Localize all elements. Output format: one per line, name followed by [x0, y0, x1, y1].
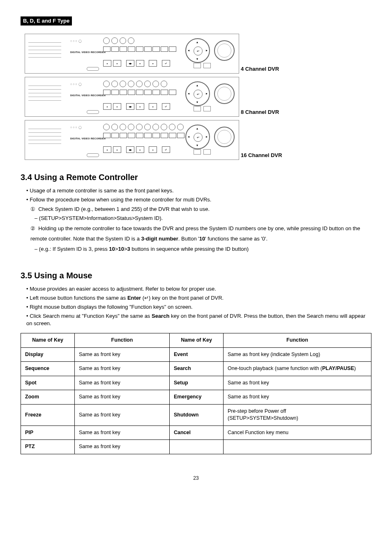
- panel-label-8ch: 8 Channel DVR: [241, 109, 279, 117]
- section-3-4-list: Usage of a remote controller is same as …: [21, 187, 371, 204]
- table-row: ZoomSame as front key EmergencySame as f…: [21, 390, 371, 405]
- list-item: Left mouse button functions the same as …: [26, 294, 371, 302]
- panel-block-16ch: ○ ○ ○ ◯ DIGITAL VIDEO RECORDER •• ◂▸• • …: [25, 120, 371, 160]
- dvr-front-panel-8ch: ○ ○ ○ ◯ DIGITAL VIDEO RECORDER •• ◂▸• • …: [25, 77, 239, 117]
- table-header-row: Name of Key Function Name of Key Functio…: [21, 333, 371, 348]
- step-1: ① Check System ID (e.g., between 1 and 2…: [21, 206, 371, 213]
- step-2: ② Holding up the remote controller to fa…: [21, 224, 371, 244]
- panel-label-4ch: 4 Channel DVR: [241, 65, 279, 74]
- section-3-5-title: 3.5 Using a Mouse: [21, 270, 371, 281]
- table-row: PTZSame as front key: [21, 440, 371, 454]
- col-name-of-key-2: Name of Key: [170, 333, 224, 348]
- dvr-front-panel-16ch: ○ ○ ○ ◯ DIGITAL VIDEO RECORDER •• ◂▸• • …: [25, 120, 239, 160]
- table-row: FreezeSame as front key ShutdownPre-step…: [21, 404, 371, 426]
- table-row: DisplaySame as front key EventSame as fr…: [21, 347, 371, 362]
- panel-block-8ch: ○ ○ ○ ◯ DIGITAL VIDEO RECORDER •• ◂▸• • …: [25, 77, 371, 117]
- page-number: 23: [21, 475, 371, 482]
- panel-diagrams: ○ ○ ○ ◯ DIGITAL VIDEO RECORDER •• ◂▸• • …: [21, 34, 371, 160]
- col-function-2: Function: [224, 333, 371, 348]
- step-2-note: – (e.g.: If System ID is 3, press 10>10>…: [21, 245, 371, 253]
- list-item: Follow the procedure below when using th…: [26, 196, 371, 204]
- section-3-5-list: Mouse provides an easier access to adjus…: [21, 285, 371, 328]
- table-row: SequenceSame as front key Search One-tou…: [21, 362, 371, 376]
- col-function: Function: [75, 333, 170, 348]
- function-keys-table: Name of Key Function Name of Key Functio…: [21, 333, 371, 454]
- table-row: SpotSame as front key SetupSame as front…: [21, 376, 371, 390]
- section-3-4-title: 3.4 Using a Remote Controller: [21, 171, 371, 183]
- panel-block-4ch: ○ ○ ○ ◯ DIGITAL VIDEO RECORDER •• ◂▸• • …: [25, 34, 371, 74]
- list-item: Click Search menu at "Function Keys" the…: [26, 312, 371, 327]
- panel-label-16ch: 16 Channel DVR: [241, 152, 282, 160]
- list-item: Usage of a remote controller is same as …: [26, 187, 371, 194]
- type-header: B, D, E and F Type: [21, 16, 72, 25]
- table-row: PIPSame as front key CancelCancel Functi…: [21, 426, 371, 440]
- step-1-note: – (SETUP>SYSTEM>Information>Status>Syste…: [21, 215, 371, 222]
- col-name-of-key: Name of Key: [21, 333, 75, 348]
- list-item: Mouse provides an easier access to adjus…: [26, 285, 371, 293]
- list-item: Right mouse button displays the followin…: [26, 303, 371, 311]
- dvr-front-panel-4ch: ○ ○ ○ ◯ DIGITAL VIDEO RECORDER •• ◂▸• • …: [25, 34, 239, 74]
